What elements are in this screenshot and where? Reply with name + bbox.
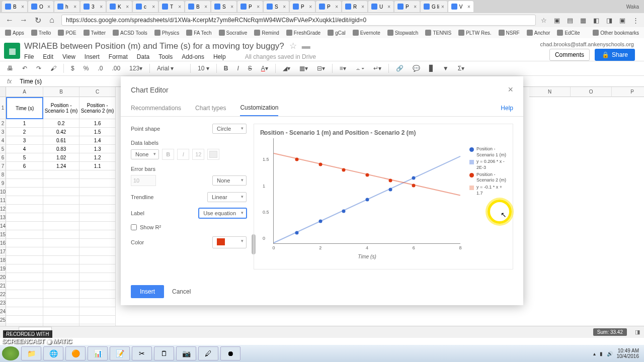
bookmark-item[interactable]: Evernote xyxy=(353,30,380,36)
link-button[interactable]: 🔗 xyxy=(394,64,406,73)
data-cell[interactable]: 1.3 xyxy=(79,145,116,153)
row-header[interactable]: 22 xyxy=(0,290,6,299)
tray-clock[interactable]: 10:49 AM 10/4/2016 xyxy=(617,348,639,359)
empty-cell[interactable] xyxy=(79,282,116,290)
formula-input[interactable]: Time (s) xyxy=(17,78,45,85)
system-tray[interactable]: ▴ ▮ 🔊 10:49 AM 10/4/2016 xyxy=(593,348,642,359)
row-header[interactable]: 4 xyxy=(0,136,6,145)
row-header[interactable]: 23 xyxy=(0,299,6,307)
row-header[interactable]: 5 xyxy=(0,145,6,153)
empty-cell[interactable] xyxy=(6,213,43,222)
show-r2-checkbox[interactable] xyxy=(131,224,137,230)
share-button[interactable]: 🔒Share xyxy=(595,49,635,61)
data-cell[interactable]: 0.2 xyxy=(43,119,79,128)
data-cell[interactable]: 3 xyxy=(6,136,43,145)
browser-tab[interactable]: K× xyxy=(107,1,132,12)
empty-cell[interactable] xyxy=(43,205,79,213)
back-button[interactable]: ← xyxy=(5,16,14,25)
browser-tab[interactable]: P× xyxy=(237,1,263,12)
redo-icon[interactable]: ↷ xyxy=(34,64,43,73)
font-select[interactable]: Arial ▾ xyxy=(155,64,185,73)
data-cell[interactable]: 1.6 xyxy=(79,119,116,128)
sum-badge[interactable]: Sum: 33.42 xyxy=(593,328,627,336)
data-cell[interactable]: 1.5 xyxy=(79,128,116,136)
browser-tab[interactable]: h× xyxy=(54,1,79,12)
row-header[interactable]: 1 xyxy=(0,97,6,119)
browser-tab[interactable]: P× xyxy=(290,1,315,12)
empty-cell[interactable] xyxy=(79,307,116,316)
data-cell[interactable]: 4 xyxy=(6,145,43,153)
ext2-icon[interactable]: ▤ xyxy=(567,17,573,24)
bookmark-item[interactable]: Apps xyxy=(5,30,24,36)
bookmark-item[interactable]: FreshGrade xyxy=(286,30,320,36)
empty-cell[interactable] xyxy=(6,307,43,316)
data-labels-bold[interactable]: B xyxy=(162,149,174,160)
empty-cell[interactable] xyxy=(6,222,43,230)
empty-cell[interactable] xyxy=(6,256,43,264)
user-email[interactable]: chad.brooks@staff.ankenyschools.org xyxy=(540,41,634,47)
browser-tab[interactable]: G li× xyxy=(421,1,447,12)
data-labels-size[interactable]: 12 xyxy=(192,149,204,160)
empty-cell[interactable] xyxy=(43,282,79,290)
empty-cell[interactable] xyxy=(79,213,116,222)
halign-button[interactable]: ≡▾ xyxy=(338,64,348,73)
empty-cell[interactable] xyxy=(79,290,116,299)
bookmark-item[interactable]: ACSD Tools xyxy=(113,30,147,36)
header-cell[interactable]: Position - Scenario 1 (m) xyxy=(43,97,79,119)
empty-cell[interactable] xyxy=(43,316,79,324)
col-header-a[interactable]: A xyxy=(6,87,43,97)
col-header-p[interactable]: P xyxy=(612,87,644,97)
ext4-icon[interactable]: ◧ xyxy=(593,17,599,24)
strike-button[interactable]: S xyxy=(246,64,254,73)
row-header[interactable]: 13 xyxy=(0,213,6,222)
row-header[interactable]: 8 xyxy=(0,170,6,179)
empty-cell[interactable] xyxy=(79,273,116,282)
browser-tab[interactable]: B× xyxy=(185,1,210,12)
row-header[interactable]: 21 xyxy=(0,282,6,290)
bookmark-item[interactable]: NSRF xyxy=(499,30,520,36)
wrap-button[interactable]: ↵▾ xyxy=(371,64,383,73)
tray-up-icon[interactable]: ▴ xyxy=(593,351,596,356)
col-header-c[interactable]: C xyxy=(79,87,116,97)
empty-cell[interactable] xyxy=(6,196,43,205)
bookmark-item[interactable]: TENNIS xyxy=(425,30,451,36)
chart-button[interactable]: ▊ xyxy=(427,64,436,73)
bookmark-item[interactable]: Anchor xyxy=(527,30,550,36)
empty-cell[interactable] xyxy=(79,205,116,213)
forward-button[interactable]: → xyxy=(19,16,28,25)
error-bars-select[interactable]: None xyxy=(212,175,247,186)
color-select[interactable] xyxy=(212,236,247,248)
filter-button[interactable]: ▼ xyxy=(441,64,451,73)
empty-cell[interactable] xyxy=(6,230,43,239)
data-cell[interactable]: 0.83 xyxy=(43,145,79,153)
data-cell[interactable]: 6 xyxy=(6,162,43,170)
empty-cell[interactable] xyxy=(43,247,79,256)
empty-cell[interactable] xyxy=(6,247,43,256)
font-size-select[interactable]: 10 ▾ xyxy=(196,64,211,73)
data-cell[interactable]: 1.1 xyxy=(79,162,116,170)
row-header[interactable]: 24 xyxy=(0,307,6,316)
explorer-icon[interactable]: 📁 xyxy=(21,346,41,360)
empty-cell[interactable] xyxy=(79,222,116,230)
bookmark-item[interactable]: PLTW Res. xyxy=(458,30,491,36)
browser-tab[interactable]: S× xyxy=(264,1,289,12)
empty-cell[interactable] xyxy=(6,188,43,196)
browser-tab[interactable]: P× xyxy=(394,1,420,12)
word-icon[interactable]: 📝 xyxy=(110,346,130,360)
menu-icon[interactable]: ⋮ xyxy=(632,17,639,24)
cancel-button[interactable]: Cancel xyxy=(172,288,191,295)
paint-format-icon[interactable]: 🖌 xyxy=(48,64,58,73)
star-icon[interactable]: ☆ xyxy=(541,17,547,24)
empty-cell[interactable] xyxy=(6,299,43,307)
empty-cell[interactable] xyxy=(43,188,79,196)
data-cell[interactable]: 1.2 xyxy=(79,153,116,162)
empty-cell[interactable] xyxy=(79,247,116,256)
browser-tab[interactable]: O× xyxy=(28,1,53,12)
close-icon[interactable]: × xyxy=(508,84,513,95)
empty-cell[interactable] xyxy=(79,196,116,205)
bold-button[interactable]: B xyxy=(222,64,230,73)
data-cell[interactable]: 0.42 xyxy=(43,128,79,136)
row-header[interactable]: 18 xyxy=(0,256,6,264)
empty-cell[interactable] xyxy=(43,230,79,239)
home-button[interactable]: ⌂ xyxy=(47,16,56,25)
